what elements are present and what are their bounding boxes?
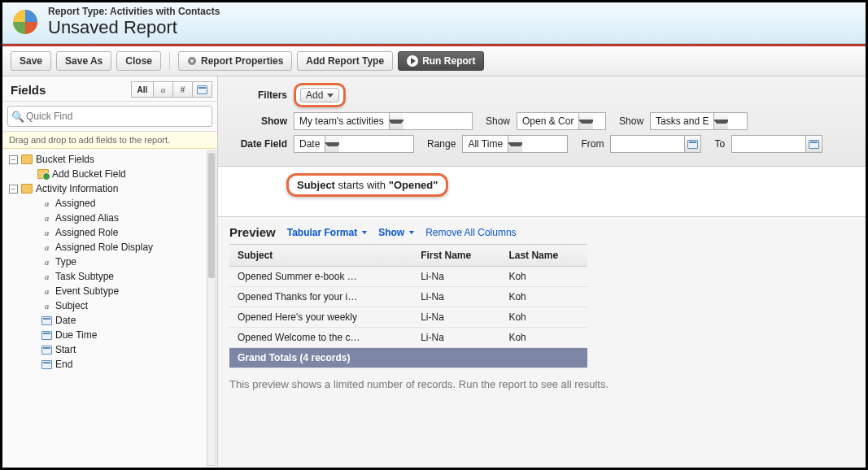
tree-field[interactable]: Type [2, 255, 217, 269]
filter-number-button[interactable]: # [173, 81, 193, 98]
tree-field[interactable]: Due Time [2, 328, 217, 342]
collapse-icon[interactable]: − [9, 155, 18, 164]
tree-field[interactable]: Start [2, 342, 217, 357]
to-label: To [714, 138, 725, 150]
from-label: From [581, 138, 604, 150]
date-type-icon [41, 331, 52, 340]
range-label: Range [427, 138, 456, 150]
folder-icon [21, 154, 33, 164]
preview-table: Subject First Name Last Name Opened Summ… [229, 244, 587, 368]
table-row[interactable]: Opened Summer e-book …Li-NaKoh [229, 267, 587, 287]
preview-title: Preview [229, 225, 276, 239]
col-subject[interactable]: Subject [229, 245, 412, 267]
preview-header: Preview Tabular Format Show Remove All C… [218, 217, 866, 244]
preview-table-wrap: Subject First Name Last Name Opened Summ… [218, 244, 866, 368]
text-type-icon [41, 198, 52, 209]
collapse-icon[interactable]: − [9, 185, 18, 194]
col-first-name[interactable]: First Name [412, 245, 500, 267]
show-label-3: Show [619, 115, 643, 127]
save-button[interactable]: Save [11, 51, 51, 71]
tree-add-bucket[interactable]: Add Bucket Field [2, 167, 217, 181]
tree-field[interactable]: Subject [2, 298, 217, 313]
show-select-3[interactable]: Tasks and E [650, 112, 748, 130]
calendar-icon[interactable] [805, 136, 822, 152]
add-filter-button[interactable]: Add [300, 88, 339, 102]
report-header: Report Type: Activities with Contacts Un… [2, 2, 866, 44]
table-row[interactable]: Opened Thanks for your i…Li-NaKoh [229, 287, 587, 307]
table-row[interactable]: Opened Welcome to the c…Li-NaKoh [229, 328, 587, 348]
show-label: Show [226, 115, 287, 127]
tree-field[interactable]: Assigned Role [2, 225, 217, 240]
table-row[interactable]: Opened Here's your weeklyLi-NaKoh [229, 307, 587, 328]
report-name: Unsaved Report [48, 17, 220, 38]
preview-note: This preview shows a limited number of r… [218, 368, 866, 400]
filter-criteria-highlight[interactable]: Subject starts with "Opened" [286, 173, 448, 197]
fields-tree: − Bucket Fields Add Bucket Field − Activ… [2, 149, 217, 468]
filters-panel: Filters Add Show My team's activities Sh… [218, 76, 866, 167]
show-select-2[interactable]: Open & Cor [517, 112, 606, 130]
chevron-down-icon [409, 231, 414, 234]
add-filter-highlight: Add [294, 83, 346, 107]
add-report-type-button[interactable]: Add Report Type [297, 51, 393, 71]
tree-field[interactable]: Assigned Role Display [2, 240, 217, 255]
folder-icon [21, 184, 33, 194]
text-type-icon [41, 301, 52, 311]
gear-icon [187, 56, 197, 66]
run-report-button[interactable]: Run Report [398, 51, 484, 71]
folder-add-icon [37, 169, 49, 179]
tree-bucket-fields[interactable]: − Bucket Fields [2, 152, 217, 167]
quick-find-input[interactable] [24, 108, 208, 124]
text-type-icon [41, 228, 52, 238]
tree-field[interactable]: Assigned [2, 196, 217, 211]
grand-totals-row: Grand Totals (4 records) [229, 348, 587, 368]
tree-field[interactable]: Event Subtype [2, 284, 217, 298]
chevron-down-icon [389, 120, 403, 124]
range-select[interactable]: All Time [462, 135, 568, 153]
main-toolbar: Save Save As Close Report Properties Add… [2, 46, 866, 76]
text-type-icon [41, 213, 52, 224]
show-menu[interactable]: Show [378, 227, 414, 238]
text-type-icon [158, 85, 168, 95]
text-type-icon [41, 257, 52, 268]
tree-field[interactable]: Assigned Alias [2, 211, 217, 225]
filter-criteria-area: Subject starts with "Opened" [218, 167, 866, 217]
play-icon [407, 55, 418, 67]
date-field-select[interactable]: Date [294, 135, 414, 153]
text-type-icon [41, 272, 52, 282]
chevron-down-icon [327, 94, 334, 98]
remove-all-columns-link[interactable]: Remove All Columns [425, 227, 516, 238]
tree-field[interactable]: End [2, 357, 217, 372]
fields-sidebar: Fields All # 🔍 Drag and drop to add fiel… [2, 76, 218, 468]
show-label-2: Show [486, 115, 510, 127]
filters-label: Filters [226, 89, 287, 101]
show-select-1[interactable]: My team's activities [294, 112, 473, 130]
chevron-down-icon [713, 120, 728, 124]
app-logo-icon [11, 7, 40, 37]
from-date-input[interactable] [610, 135, 701, 153]
filter-date-button[interactable] [193, 81, 212, 98]
close-button[interactable]: Close [116, 51, 161, 71]
col-last-name[interactable]: Last Name [500, 245, 587, 267]
date-type-icon [197, 85, 207, 94]
filter-all-button[interactable]: All [131, 81, 154, 98]
save-as-button[interactable]: Save As [56, 51, 111, 71]
search-icon: 🔍 [11, 111, 24, 123]
tree-field[interactable]: Task Subtype [2, 269, 217, 284]
text-type-icon [41, 242, 52, 253]
quick-find-wrapper: 🔍 [7, 106, 212, 127]
tree-activity-info[interactable]: − Activity Information [2, 181, 217, 196]
fields-title: Fields [11, 83, 46, 97]
tabular-format-menu[interactable]: Tabular Format [287, 227, 367, 238]
text-type-icon [41, 286, 52, 297]
tree-scrollbar[interactable] [207, 150, 216, 466]
calendar-icon[interactable] [684, 136, 700, 152]
svg-point-2 [190, 59, 194, 63]
tree-field[interactable]: Date [2, 313, 217, 328]
date-type-icon [41, 346, 52, 355]
to-date-input[interactable] [731, 135, 822, 153]
report-properties-button[interactable]: Report Properties [178, 51, 292, 71]
report-type-label: Report Type: Activities with Contacts [48, 6, 220, 17]
filter-text-button[interactable] [154, 81, 173, 98]
chevron-down-icon [578, 120, 593, 124]
chevron-down-icon [362, 231, 367, 234]
